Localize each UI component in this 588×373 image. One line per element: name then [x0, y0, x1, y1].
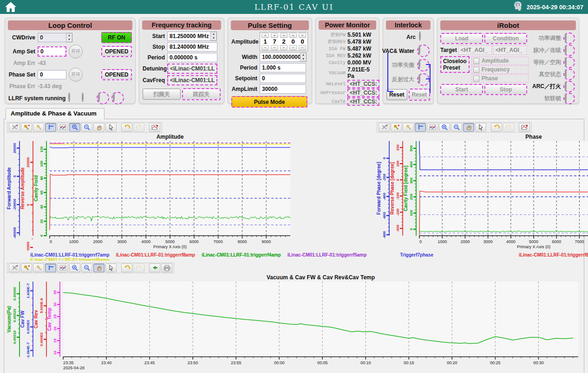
- amplimit-value[interactable]: 30000: [260, 84, 306, 94]
- undo-icon[interactable]: [121, 123, 132, 132]
- load-button[interactable]: Load: [440, 33, 483, 44]
- legend-entry[interactable]: Triggerf7phase: [400, 252, 433, 257]
- digit-decrement-button[interactable]: −: [280, 45, 287, 50]
- digit-increment-button[interactable]: +: [289, 33, 297, 38]
- pan-icon[interactable]: [93, 123, 105, 132]
- export-chart-icon[interactable]: [519, 123, 530, 132]
- legend-entry[interactable]: iLinac-CM01:LLRF-01:triggerrf7amp: [30, 252, 110, 257]
- digit-decrement-button[interactable]: −: [289, 45, 297, 50]
- stagger-axes-icon[interactable]: [427, 123, 438, 132]
- undo-icon[interactable]: [121, 264, 132, 272]
- checkbox[interactable]: [473, 58, 479, 64]
- digit-increment-button[interactable]: +: [271, 33, 278, 38]
- digit-decrement-button[interactable]: −: [261, 45, 269, 50]
- checkbox[interactable]: [473, 76, 479, 82]
- sweep-off-button[interactable]: 扫频关: [143, 89, 181, 100]
- undo-icon[interactable]: [491, 123, 502, 132]
- svg-text:35: 35: [53, 290, 57, 294]
- zoom-out-icon[interactable]: [81, 123, 92, 132]
- pulse-mode-button[interactable]: Pulse Mode: [231, 96, 307, 108]
- zoom-in-icon[interactable]: [69, 123, 80, 132]
- reset-pv-button[interactable]: Reset: [409, 89, 431, 101]
- amp-open-loop-button[interactable]: 开环: [69, 45, 83, 58]
- condition-button[interactable]: Condition: [484, 33, 527, 44]
- pointer-icon[interactable]: [475, 123, 486, 132]
- amp-opened-button[interactable]: OPENED: [101, 46, 132, 57]
- vacuum-plot[interactable]: Vacuum & Cav FW & Cav Rev&Cav TempVacuum…: [7, 274, 582, 373]
- marker-add-icon[interactable]: +: [21, 264, 32, 272]
- setpoint-value[interactable]: 0: [260, 74, 306, 83]
- marker-icon[interactable]: [33, 123, 44, 132]
- pan-icon[interactable]: [463, 123, 474, 132]
- ai-brain-icon[interactable]: [512, 0, 523, 13]
- pulse-period-value[interactable]: 1.000 s: [260, 63, 306, 72]
- pointer-icon[interactable]: [105, 264, 117, 272]
- digit-increment-button[interactable]: +: [299, 33, 306, 38]
- digit-decrement-button[interactable]: −: [299, 45, 306, 50]
- reset-button[interactable]: Reset: [386, 89, 407, 100]
- start-down-icon[interactable]: ▼: [211, 36, 216, 40]
- pan-icon[interactable]: [93, 264, 105, 272]
- print-icon[interactable]: [161, 264, 172, 272]
- cwdrive-spinner[interactable]: 0 ▲▼: [38, 33, 72, 42]
- start-button[interactable]: Start: [440, 84, 483, 95]
- back-icon[interactable]: [149, 264, 160, 272]
- stagger-axes-icon[interactable]: [57, 264, 68, 272]
- amp-err-label: Amp Err: [8, 60, 35, 66]
- legend-entry[interactable]: iLinac-CM01:LLRF-01:triggerrf8phase: [519, 252, 588, 257]
- crosshair-icon[interactable]: [45, 123, 56, 132]
- cwdrive-down-icon[interactable]: ▼: [66, 38, 72, 42]
- marker-icon[interactable]: [33, 264, 44, 272]
- digit-increment-button[interactable]: +: [261, 33, 269, 38]
- redo-icon[interactable]: [133, 264, 144, 272]
- phase-plot[interactable]: PhaseForward Phase [degree]0-200-400-600…: [377, 134, 588, 251]
- phase-opened-button[interactable]: OPENED: [101, 69, 132, 80]
- width-spinner[interactable]: 100.000000000 m ▲▼: [260, 52, 307, 62]
- settings-icon[interactable]: [9, 264, 20, 272]
- toolbar-separator: [515, 123, 518, 132]
- pointer-icon[interactable]: [105, 123, 117, 132]
- stagger-axes-icon[interactable]: [57, 123, 68, 132]
- legend-entry[interactable]: iLinac-CM01:LLRF-01:triggerrf5amp: [287, 252, 367, 257]
- zoom-out-icon[interactable]: [81, 264, 92, 272]
- start-freq-value[interactable]: 81.250000 MHz: [167, 32, 211, 41]
- width-value[interactable]: 100.000000000 m: [260, 52, 301, 62]
- crosshair-icon[interactable]: [415, 123, 426, 132]
- crosshair-icon[interactable]: [45, 264, 56, 272]
- digit-decrement-button[interactable]: −: [271, 45, 278, 50]
- period-value[interactable]: 0.000000 s: [167, 53, 217, 62]
- amplitude-plot[interactable]: AmplitudeForward Amplitude200000-20000-4…: [7, 134, 294, 251]
- tab-amplitude-phase-vacuum[interactable]: Amplitude & Phase & Vacuum: [6, 108, 105, 119]
- amplitude-digit-wheel[interactable]: +1−+7−+2−+0−+0−: [260, 32, 308, 51]
- legend-entry[interactable]: iLinac-CM01:LLRF-01:triggerrf4amp: [202, 252, 281, 257]
- marker-icon[interactable]: [403, 123, 414, 132]
- settings-icon[interactable]: [9, 123, 20, 132]
- track-off-button[interactable]: 跟踪关: [182, 88, 221, 100]
- power-value: 5.487 kW: [347, 45, 371, 52]
- export-chart-icon[interactable]: [149, 123, 160, 132]
- settings-icon[interactable]: [379, 123, 390, 132]
- width-up-icon[interactable]: ▲: [301, 53, 306, 57]
- amp-set-input[interactable]: [38, 46, 66, 57]
- cwdrive-up-icon[interactable]: ▲: [66, 33, 72, 38]
- checkbox[interactable]: [473, 67, 479, 73]
- phase-set-input[interactable]: [38, 70, 66, 79]
- zoom-in-icon[interactable]: [439, 123, 450, 132]
- width-down-icon[interactable]: ▼: [301, 57, 306, 61]
- stop-freq-value[interactable]: 81.240000 MHz: [167, 42, 217, 51]
- legend-entry[interactable]: iLinac-CM01:LLRF-01:triggerrf8amp: [116, 252, 196, 257]
- cwdrive-value[interactable]: 0: [38, 33, 66, 42]
- start-freq-spinner[interactable]: 81.250000 MHz ▲▼: [167, 32, 217, 41]
- zoom-in-icon[interactable]: [69, 264, 80, 272]
- start-up-icon[interactable]: ▲: [211, 32, 216, 36]
- stop-button[interactable]: Stop: [484, 84, 527, 95]
- legend-entry[interactable]: iLinac-CM01:LLRF-01:triggerrf6amp: [30, 257, 110, 261]
- digit-increment-button[interactable]: +: [280, 33, 287, 38]
- redo-icon[interactable]: [503, 123, 514, 132]
- marker-add-icon[interactable]: +: [21, 123, 32, 132]
- zoom-out-icon[interactable]: [451, 123, 462, 132]
- marker-add-icon[interactable]: +: [391, 123, 402, 132]
- rf-on-button[interactable]: RF ON: [101, 32, 132, 43]
- redo-icon[interactable]: [133, 123, 144, 132]
- phase-open-loop-button[interactable]: 开环: [69, 68, 83, 82]
